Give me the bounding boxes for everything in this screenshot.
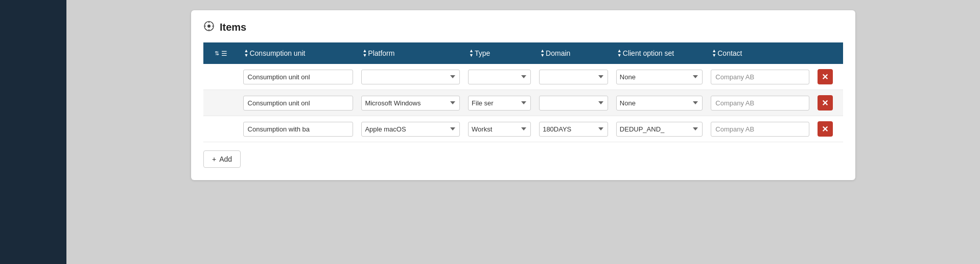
row2-type-select[interactable]: File ser Workst xyxy=(468,96,531,111)
table-row: Microsoft Windows Apple macOS File ser W… xyxy=(203,116,843,142)
th-client-option-set[interactable]: ▲▼ Client option set xyxy=(612,42,707,64)
row3-domain-select[interactable]: 180DAYS xyxy=(539,122,608,137)
row2-platform-select[interactable]: Microsoft Windows Apple macOS xyxy=(361,96,460,111)
row1-domain[interactable]: 180DAYS xyxy=(535,64,612,90)
svg-point-1 xyxy=(207,25,211,28)
row2-contact[interactable] xyxy=(707,90,813,116)
add-button[interactable]: + Add xyxy=(203,150,241,168)
th-platform-label: Platform xyxy=(368,49,394,57)
row3-consumption-input[interactable] xyxy=(243,122,354,137)
table-row: Microsoft Windows Apple macOS File ser W… xyxy=(203,90,843,116)
row3-platform-select[interactable]: Microsoft Windows Apple macOS xyxy=(361,122,460,137)
card-header: Items xyxy=(203,20,843,34)
table-row: Microsoft Windows Apple macOS File ser W… xyxy=(203,64,843,90)
row2-consumption-input[interactable] xyxy=(243,96,354,111)
row3-type-select[interactable]: File ser Workst xyxy=(468,122,531,137)
row3-type[interactable]: File ser Workst xyxy=(464,116,535,142)
sort-arrows-consumption: ▲▼ xyxy=(244,49,249,58)
th-consumption-unit[interactable]: ▲▼ Consumption unit xyxy=(239,42,358,64)
card-title: Items xyxy=(220,21,246,33)
th-client-option-label: Client option set xyxy=(623,49,674,57)
row1-domain-select[interactable]: 180DAYS xyxy=(539,70,608,84)
row1-contact-input[interactable] xyxy=(711,70,809,84)
row3-contact[interactable] xyxy=(707,116,813,142)
row1-platform[interactable]: Microsoft Windows Apple macOS xyxy=(357,64,464,90)
row2-client-option-select[interactable]: None DEDUP_AND_ xyxy=(616,96,703,111)
row3-contact-input[interactable] xyxy=(711,122,809,137)
sort-up-icon: ⇅ xyxy=(215,50,219,57)
row2-contact-input[interactable] xyxy=(711,96,809,111)
row1-consumption-unit[interactable] xyxy=(239,64,358,90)
th-consumption-label: Consumption unit xyxy=(249,49,305,57)
row1-delete-button[interactable]: ✕ xyxy=(818,69,833,84)
th-type-label: Type xyxy=(475,49,490,57)
row1-type[interactable]: File ser Workst xyxy=(464,64,535,90)
add-icon: + xyxy=(212,155,216,163)
sort-arrows-domain: ▲▼ xyxy=(540,49,545,58)
row3-delete-button[interactable]: ✕ xyxy=(818,121,833,137)
row1-client-option[interactable]: None DEDUP_AND_ xyxy=(612,64,707,90)
row1-selector xyxy=(203,64,239,90)
row2-platform[interactable]: Microsoft Windows Apple macOS xyxy=(357,90,464,116)
sidebar xyxy=(0,0,66,264)
row2-consumption-unit[interactable] xyxy=(239,90,358,116)
row3-selector xyxy=(203,116,239,142)
th-domain-label: Domain xyxy=(546,49,570,57)
selector-icons: ⇅ ☰ xyxy=(208,50,234,57)
row2-domain-select[interactable]: 180DAYS xyxy=(539,96,608,111)
row2-selector xyxy=(203,90,239,116)
row3-platform[interactable]: Microsoft Windows Apple macOS xyxy=(357,116,464,142)
row1-platform-select[interactable]: Microsoft Windows Apple macOS xyxy=(361,70,460,84)
row2-type[interactable]: File ser Workst xyxy=(464,90,535,116)
sort-arrows-type: ▲▼ xyxy=(469,49,474,58)
th-selector[interactable]: ⇅ ☰ xyxy=(203,42,239,64)
sort-arrows-platform: ▲▼ xyxy=(362,49,367,58)
main-content: Items ⇅ ☰ ▲▼ Consumption unit xyxy=(66,0,980,264)
items-table: ⇅ ☰ ▲▼ Consumption unit ▲▼ Platfor xyxy=(203,42,843,142)
items-card: Items ⇅ ☰ ▲▼ Consumption unit xyxy=(191,10,855,180)
th-platform[interactable]: ▲▼ Platform xyxy=(357,42,464,64)
row3-domain[interactable]: 180DAYS xyxy=(535,116,612,142)
items-icon xyxy=(203,20,215,34)
th-type[interactable]: ▲▼ Type xyxy=(464,42,535,64)
table-body: Microsoft Windows Apple macOS File ser W… xyxy=(203,64,843,142)
sort-arrows-contact: ▲▼ xyxy=(712,49,716,58)
row2-client-option[interactable]: None DEDUP_AND_ xyxy=(612,90,707,116)
th-domain[interactable]: ▲▼ Domain xyxy=(535,42,612,64)
row3-client-option[interactable]: None DEDUP_AND_ xyxy=(612,116,707,142)
row1-type-select[interactable]: File ser Workst xyxy=(468,70,531,84)
row1-contact[interactable] xyxy=(707,64,813,90)
row3-consumption-unit[interactable] xyxy=(239,116,358,142)
row1-consumption-input[interactable] xyxy=(243,70,354,84)
add-label: Add xyxy=(219,155,232,163)
table-header-row: ⇅ ☰ ▲▼ Consumption unit ▲▼ Platfor xyxy=(203,42,843,64)
row1-client-option-select[interactable]: None DEDUP_AND_ xyxy=(616,70,703,84)
row2-delete[interactable]: ✕ xyxy=(813,90,843,116)
row3-client-option-select[interactable]: None DEDUP_AND_ xyxy=(616,122,703,137)
th-action xyxy=(813,42,843,64)
th-contact[interactable]: ▲▼ Contact xyxy=(707,42,813,64)
th-contact-label: Contact xyxy=(717,49,742,57)
row1-delete[interactable]: ✕ xyxy=(813,64,843,90)
row3-delete[interactable]: ✕ xyxy=(813,116,843,142)
list-icon: ☰ xyxy=(221,50,227,57)
row2-delete-button[interactable]: ✕ xyxy=(818,95,833,111)
row2-domain[interactable]: 180DAYS xyxy=(535,90,612,116)
sort-arrows-client-option: ▲▼ xyxy=(617,49,622,58)
